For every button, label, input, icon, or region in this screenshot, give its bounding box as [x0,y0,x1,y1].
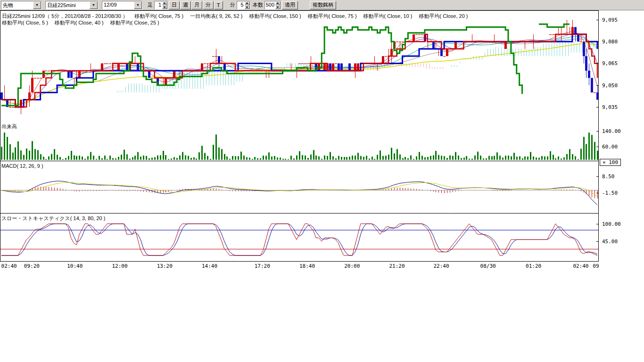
symbol-select[interactable]: 日経225mini ▼ [45,1,98,9]
bar-count-value: 500 [265,1,275,9]
minute-label: 分 [230,1,235,8]
y-axis-label: 100.00 [602,221,621,227]
chart-region: 日経225mini 12/09（ 5分，2012/08/28 - 2012/08… [0,10,644,272]
chart-title-line1: 日経225mini 12/09（ 5分，2012/08/28 - 2012/08… [2,13,468,20]
instrument-type-select[interactable]: 先物 ▼ [1,1,41,9]
multi-symbol-button[interactable]: 複数銘柄 [310,1,336,9]
period-button-group: 日週月分T [169,1,223,9]
y-axis-label: 8.50 [602,173,615,180]
y-axis-label: 140.00 [602,128,621,134]
spinner-down-icon[interactable] [245,5,250,9]
bar-count-label: 本数 [253,1,263,8]
chevron-down-icon[interactable]: ▼ [33,1,41,9]
time-axis-label: 17:20 [255,263,270,269]
stoch-pane-label: スロー・ストキャスティクス( 14, 3, 80, 20 ) [1,215,105,222]
chevron-down-icon[interactable]: ▼ [134,1,142,9]
symbol-value: 日経225mini [46,1,90,9]
spinner-down-icon[interactable] [162,5,167,9]
time-axis-label: 10:40 [67,263,83,269]
contract-month-value: 12/09 [102,1,134,9]
minute-spinner[interactable]: 5 [237,1,250,9]
toolbar: 先物 ▼ 日経225mini ▼ 12/09 ▼ 足 1 日週月分T 分 5 本… [0,0,644,10]
spinner-up-icon[interactable] [245,1,250,5]
chart-app-window: 先物 ▼ 日経225mini ▼ 12/09 ▼ 足 1 日週月分T 分 5 本… [0,0,644,362]
period-button[interactable]: 分 [203,1,214,9]
time-axis-label: 02:40 [1,263,17,269]
chart-title-line2: 移動平均( Close, 5 ) 移動平均( Close, 40 ) 移動平均(… [2,19,159,26]
bar-type-label: 足 [148,1,153,8]
y-axis-label: 9,065 [602,60,618,66]
volume-multiplier-badge: × 100 [600,159,621,166]
time-axis-label: 13:20 [157,263,173,269]
time-axis-label: 21:20 [389,263,405,269]
y-axis-label: 60.00 [602,144,618,150]
period-button[interactable]: 月 [191,1,202,9]
spinner-up-icon[interactable] [275,1,281,5]
price-chart-canvas[interactable] [0,10,599,262]
chevron-down-icon[interactable]: ▼ [90,1,98,9]
period-button[interactable]: T [214,1,223,9]
contract-month-select[interactable]: 12/09 ▼ [102,1,142,9]
time-axis-label: 09 [593,263,599,269]
time-axis-label: 18:40 [299,263,315,269]
apply-button[interactable]: 適用 [282,1,298,9]
time-axis-label: 12:00 [112,263,127,269]
period-button[interactable]: 週 [180,1,191,9]
time-axis-label: 20:00 [344,263,360,269]
period-button[interactable]: 日 [169,1,180,9]
instrument-type-value: 先物 [1,1,33,9]
bar-interval-value: 1 [155,1,162,9]
volume-pane-label: 出来高 [1,123,17,130]
time-axis-label: 09:20 [24,263,40,269]
y-axis-label: -1.50 [602,190,618,196]
time-axis-label: 22:40 [433,263,449,269]
minute-value: 5 [237,1,245,9]
time-axis-label: 02:40 [573,263,588,269]
time-axis-label: 14:40 [202,263,217,269]
y-axis-label: 9,035 [602,104,618,110]
y-axis-label: 9,095 [602,17,618,23]
y-axis-label: 9,050 [602,82,618,89]
time-axis-label: 08/30 [480,263,496,269]
y-axis-label: 45.00 [602,239,618,245]
spinner-down-icon[interactable] [275,5,281,9]
y-axis-label: 9,080 [602,39,618,45]
time-axis-label: 01:20 [526,263,541,269]
bar-interval-spinner[interactable]: 1 [154,1,168,9]
bar-count-spinner[interactable]: 500 [264,1,281,9]
spinner-up-icon[interactable] [162,1,167,5]
macd-pane-label: MACD( 12, 26, 9 ) [1,163,43,169]
